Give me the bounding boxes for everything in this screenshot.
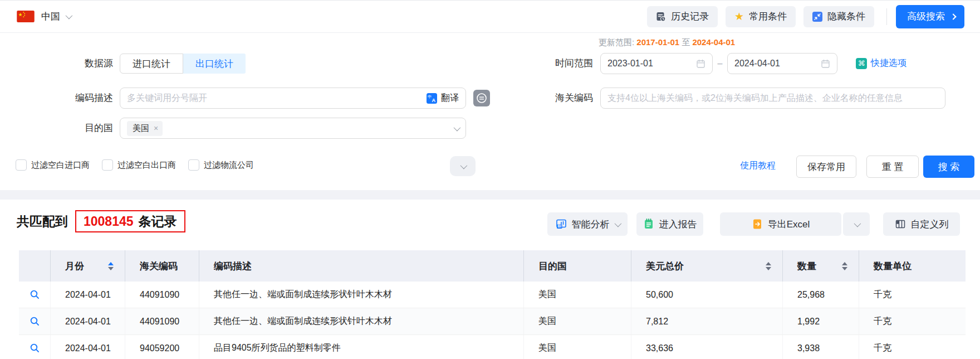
favorites-button[interactable]: ★ 常用条件 [726, 6, 796, 27]
chevron-down-icon [66, 12, 73, 20]
checkbox-label: 过滤物流公司 [204, 160, 254, 171]
hs-code-label: 海关编码 [532, 88, 593, 109]
sort-desc-icon[interactable] [766, 267, 771, 270]
table-header-qty[interactable]: 数量 [782, 250, 859, 282]
checkbox-icon[interactable] [16, 159, 27, 171]
cell-month: 2024-04-01 [50, 335, 125, 359]
checkbox-filter-logistics[interactable]: 过滤物流公司 [188, 159, 254, 171]
results-summary: 共匹配到 1008145 条记录 [17, 209, 185, 234]
row-detail-button[interactable] [19, 335, 50, 359]
table-header-month[interactable]: 月份 [50, 250, 125, 282]
checkbox-filter-blank-importer[interactable]: 过滤空白进口商 [16, 159, 90, 171]
history-button[interactable]: 历史记录 [647, 6, 718, 27]
svg-text:A: A [432, 97, 436, 103]
favorites-label: 常用条件 [749, 10, 787, 23]
country-label: 中国 [41, 10, 60, 23]
quick-options-link[interactable]: ⌘ 快捷选项 [856, 57, 906, 69]
checkbox-icon[interactable] [102, 159, 113, 171]
synonym-toggle-button[interactable] [473, 90, 490, 106]
sort-desc-icon[interactable] [842, 267, 847, 270]
cell-country: 美国 [523, 282, 631, 308]
cell-usd: 7,812 [631, 308, 782, 334]
export-options-button[interactable] [843, 212, 870, 236]
date-start-input[interactable] [607, 59, 696, 69]
cell-hscode: 44091090 [125, 282, 199, 308]
svg-text:BI: BI [557, 224, 561, 228]
sort-control[interactable] [766, 262, 771, 270]
sort-control[interactable] [108, 262, 114, 270]
advanced-search-button[interactable]: 高级搜索 [896, 5, 964, 28]
cell-desc: 品目9405所列货品的塑料制零件 [199, 335, 523, 359]
section-separator [0, 190, 980, 200]
tab-export-stats[interactable]: 出口统计 [183, 54, 246, 74]
custom-columns-button[interactable]: 自定义列 [883, 212, 960, 236]
bi-chart-icon: BI [556, 219, 567, 230]
dest-country-select[interactable]: 美国 × [120, 118, 466, 139]
enter-report-button[interactable]: 进入报告 [636, 212, 703, 236]
star-icon: ★ [734, 11, 744, 22]
sort-control[interactable] [842, 262, 847, 270]
header-label: 月份 [65, 260, 84, 273]
hide-conditions-button[interactable]: 隐藏条件 [803, 6, 874, 27]
calendar-icon [696, 59, 705, 69]
cell-hscode: 94059200 [125, 335, 199, 359]
translate-label: 翻译 [441, 93, 459, 104]
date-start-input-wrap [600, 53, 713, 74]
code-desc-input[interactable] [127, 93, 427, 103]
cell-qty: 25,968 [782, 282, 859, 308]
tutorial-link[interactable]: 使用教程 [740, 160, 776, 172]
tab-import-stats[interactable]: 进口统计 [120, 54, 183, 74]
table-row: 2024-04-01 94059200 品目9405所列货品的塑料制零件 美国 … [19, 335, 966, 359]
filter-panel: 更新范围: 2017-01-01 至 2024-04-01 数据源 进口统计 出… [0, 33, 980, 190]
page: 中国 历史记录 ★ 常用条件 [0, 0, 980, 359]
tag-close-icon[interactable]: × [154, 124, 158, 132]
sort-desc-icon[interactable] [108, 267, 114, 270]
table-row: 2024-04-01 44091090 其他任一边、端或面制成连续形状针叶木木材… [19, 282, 966, 308]
magnifier-icon [30, 316, 40, 327]
sort-asc-icon[interactable] [108, 262, 114, 265]
magnifier-icon [30, 343, 40, 353]
date-end-input[interactable] [734, 59, 821, 69]
equals-circle-icon [473, 90, 490, 106]
header-label: 数量 [797, 260, 816, 273]
save-common-button[interactable]: 保存常用 [796, 156, 856, 178]
history-icon [656, 12, 666, 22]
data-source-tabs: 进口统计 出口统计 [120, 54, 246, 74]
cell-country: 美国 [523, 335, 631, 359]
topbar: 中国 历史记录 ★ 常用条件 [0, 1, 980, 33]
search-button[interactable]: 搜 索 [923, 156, 974, 178]
export-icon [752, 219, 763, 230]
expand-filters-button[interactable] [450, 156, 476, 176]
results-table: 月份 海关编码 编码描述 目的国 美元总价 [19, 250, 966, 359]
table-header-usd[interactable]: 美元总价 [631, 250, 782, 282]
cell-desc: 其他任一边、端或面制成连续形状针叶木木材 [199, 282, 523, 308]
results-count: 1008145 [84, 214, 134, 229]
row-detail-button[interactable] [19, 308, 50, 334]
smart-analysis-button[interactable]: BI 智能分析 [547, 212, 628, 236]
magnifier-icon [30, 289, 40, 300]
report-icon [643, 219, 654, 230]
update-range-label: 更新范围: [599, 37, 634, 47]
checkbox-label: 过滤空白出口商 [117, 160, 176, 171]
cell-usd: 33,636 [631, 335, 782, 359]
hide-conditions-label: 隐藏条件 [827, 10, 865, 23]
row-detail-button[interactable] [19, 282, 50, 308]
checkbox-label: 过滤空白进口商 [31, 160, 90, 171]
sort-asc-icon[interactable] [842, 262, 847, 265]
country-selector[interactable]: 中国 [17, 10, 71, 23]
sort-asc-icon[interactable] [766, 262, 771, 265]
cell-country: 美国 [523, 308, 631, 334]
export-excel-button[interactable]: 导出Excel [720, 212, 841, 236]
reset-button[interactable]: 重 置 [866, 156, 919, 178]
checkbox-filter-blank-exporter[interactable]: 过滤空白出口商 [102, 159, 176, 171]
checkbox-icon[interactable] [188, 159, 199, 171]
cell-desc: 其他任一边、端或面制成连续形状针叶木木材 [199, 308, 523, 334]
cell-unit: 千克 [859, 308, 966, 334]
export-excel-label: 导出Excel [768, 218, 810, 231]
hs-code-input[interactable] [607, 93, 938, 103]
code-desc-label: 编码描述 [50, 88, 113, 109]
command-icon: ⌘ [856, 58, 867, 69]
translate-button[interactable]: 中 A 翻译 [427, 93, 459, 104]
chevron-right-icon [950, 13, 956, 20]
hs-code-input-wrap [600, 88, 945, 109]
